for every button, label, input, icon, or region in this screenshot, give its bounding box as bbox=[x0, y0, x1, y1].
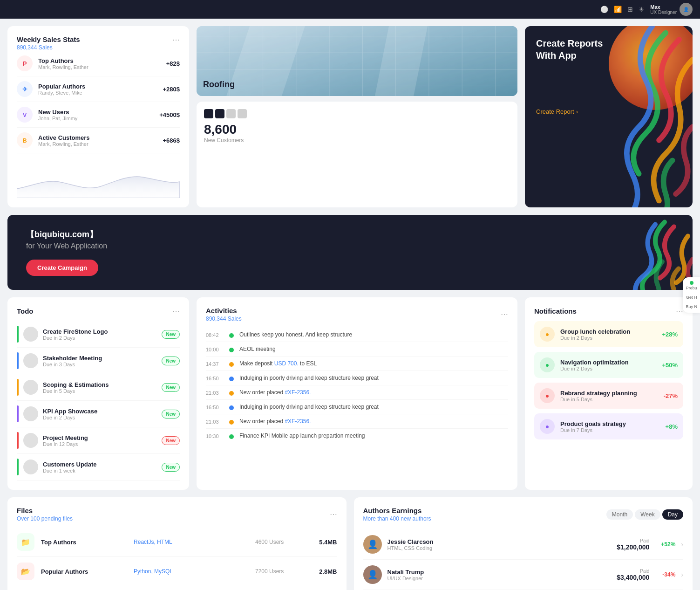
notification-item: ● Navigation optimization Due in 2 Days … bbox=[534, 352, 683, 378]
avatar[interactable]: 👤 bbox=[680, 3, 693, 16]
author-role: UI/UX Designer bbox=[387, 576, 612, 581]
tab-month[interactable]: Month bbox=[606, 509, 633, 520]
panel-label-geth: Get H bbox=[686, 295, 697, 300]
todo-badge: New bbox=[162, 383, 180, 392]
files-subtitle: Over 100 pending files bbox=[17, 515, 73, 522]
todo-avatar bbox=[23, 406, 38, 421]
activities-title: Activities bbox=[206, 307, 242, 315]
todo-info: Create FireStone Logo Due in 2 Days bbox=[43, 328, 157, 341]
activity-time: 21:03 bbox=[206, 389, 224, 396]
tab-week[interactable]: Week bbox=[635, 509, 660, 520]
create-report-link[interactable]: Create Report › bbox=[536, 108, 578, 115]
notifications-card: Notifications ⋯ ● Group lunch celebratio… bbox=[525, 297, 693, 490]
grid-icon[interactable]: ⊞ bbox=[627, 6, 633, 13]
theme-icon[interactable]: ☀ bbox=[639, 6, 645, 13]
customers-count: 8,600 bbox=[204, 122, 510, 137]
files-menu[interactable]: ⋯ bbox=[330, 510, 337, 519]
create-reports-card: Create ReportsWith App Create Report › bbox=[525, 26, 693, 207]
stat-value: +686$ bbox=[163, 137, 180, 144]
earnings-subtitle: More than 400 new authors bbox=[363, 515, 431, 522]
earnings-tabs: Month Week Day bbox=[606, 509, 683, 520]
panel-label-buyn: Buy N bbox=[686, 304, 697, 309]
activity-time: 08:42 bbox=[206, 331, 224, 338]
notif-info: Navigation optimization Due in 2 Days bbox=[560, 359, 656, 371]
todo-name: Stakeholder Meeting bbox=[43, 355, 157, 362]
activity-dot bbox=[229, 405, 234, 410]
todo-stripe bbox=[17, 352, 19, 369]
notif-name: Rebrand strategy planning bbox=[560, 390, 658, 397]
todo-info: Project Meeting Due in 12 Days bbox=[43, 434, 157, 447]
activity-dot bbox=[229, 348, 234, 352]
stat-info: New Users John, Pat, Jimmy bbox=[38, 109, 159, 121]
notifications-title: Notifications bbox=[534, 307, 577, 315]
notif-value: +28% bbox=[662, 331, 678, 338]
panel-item-geth[interactable]: Get H bbox=[686, 295, 697, 300]
author-info: Jessie Clarcson HTML, CSS Coding bbox=[387, 538, 612, 551]
panel-item-buyn[interactable]: Buy N bbox=[686, 304, 697, 309]
activity-link[interactable]: USD 700. bbox=[274, 360, 299, 367]
activity-item: 16:50 Indulging in poorly driving and ke… bbox=[206, 371, 508, 385]
stat-item: V New Users John, Pat, Jimmy +4500$ bbox=[17, 102, 180, 128]
activity-link[interactable]: #XF-2356. bbox=[285, 418, 311, 425]
todo-menu[interactable]: ⋯ bbox=[172, 307, 180, 316]
activity-time: 10:30 bbox=[206, 432, 224, 439]
todo-due: Due in 2 Days bbox=[43, 335, 157, 341]
chevron-right-icon[interactable]: › bbox=[681, 571, 683, 578]
stat-name: Popular Authors bbox=[38, 83, 163, 90]
file-icon: 📁 bbox=[17, 533, 34, 551]
todo-avatar bbox=[23, 380, 38, 395]
tab-day[interactable]: Day bbox=[662, 509, 683, 520]
file-item: 🗂 New Users Laravel, Metronic 890 Users … bbox=[17, 586, 337, 590]
create-campaign-button[interactable]: Create Campaign bbox=[26, 260, 98, 276]
user-profile[interactable]: Max UX Designer 👤 bbox=[650, 3, 693, 16]
notif-due: Due in 2 Days bbox=[560, 366, 656, 371]
todo-item: Create FireStone Logo Due in 2 Days New bbox=[17, 321, 180, 348]
notif-due: Due in 5 Days bbox=[560, 397, 658, 402]
author-amount: $3,400,000 bbox=[617, 574, 649, 581]
todo-stripe bbox=[17, 405, 19, 422]
activity-items: 08:42 Outlines keep you honest. And keep… bbox=[206, 328, 508, 443]
author-name: Natali Trump bbox=[387, 569, 612, 576]
notif-info: Product goals strategy Due in 7 Days bbox=[560, 420, 660, 433]
todo-info: KPI App Showcase Due in 2 Days bbox=[43, 408, 157, 420]
weekly-sales-menu[interactable]: ⋯ bbox=[172, 35, 180, 44]
campaign-decoration bbox=[544, 215, 693, 290]
stat-info: Popular Authors Randy, Steve, Mike bbox=[38, 83, 163, 96]
files-card: Files Over 100 pending files ⋯ 📁 Top Aut… bbox=[7, 497, 347, 590]
search-icon[interactable]: ⚪ bbox=[600, 6, 608, 13]
notif-info: Rebrand strategy planning Due in 5 Days bbox=[560, 390, 658, 402]
chevron-right-icon[interactable]: › bbox=[681, 541, 683, 548]
todo-stripe bbox=[17, 326, 19, 343]
todo-due: Due in 3 Days bbox=[43, 362, 157, 367]
stat-persons: Mark, Rowling, Esther bbox=[38, 64, 166, 70]
signal-icon[interactable]: 📶 bbox=[614, 6, 622, 13]
activity-text: Make deposit USD 700. to ESL bbox=[239, 360, 508, 367]
todo-badge: New bbox=[162, 436, 180, 445]
activity-text: Outlines keep you honest. And keep struc… bbox=[239, 331, 508, 338]
stat-info: Active Customers Mark, Rowling, Esther bbox=[38, 134, 163, 147]
stat-icon: B bbox=[17, 132, 33, 148]
panel-item-prebu[interactable]: Prebu bbox=[686, 281, 697, 290]
stat-persons: Mark, Rowling, Esther bbox=[38, 141, 163, 147]
file-tech: Python, MySQL bbox=[134, 568, 220, 575]
todo-stripe bbox=[17, 459, 19, 475]
dot-dark bbox=[204, 109, 213, 118]
activity-time: 16:50 bbox=[206, 375, 224, 381]
activity-dot bbox=[229, 362, 234, 367]
activities-subtitle: 890,344 Sales bbox=[206, 316, 242, 322]
notifications-menu[interactable]: ⋯ bbox=[676, 307, 683, 316]
activity-text: AEOL meeting bbox=[239, 346, 508, 352]
stat-name: New Users bbox=[38, 109, 159, 116]
row-3: Todo ⋯ Create FireStone Logo Due in 2 Da… bbox=[7, 297, 693, 490]
activity-item: 10:00 AEOL meeting bbox=[206, 342, 508, 357]
author-amount: $1,200,000 bbox=[617, 543, 649, 551]
roofing-title: Roofing bbox=[203, 80, 235, 89]
activity-link[interactable]: #XF-2356. bbox=[285, 389, 311, 396]
stat-icon: P bbox=[17, 55, 33, 71]
row-2: 【biqubiqu.com】 for Your Web Application … bbox=[7, 215, 693, 290]
activities-menu[interactable]: ⋯ bbox=[501, 310, 508, 319]
roofing-background bbox=[197, 26, 517, 96]
todo-badge: New bbox=[162, 410, 180, 418]
row-4: Files Over 100 pending files ⋯ 📁 Top Aut… bbox=[7, 497, 693, 590]
notif-icon: ● bbox=[540, 419, 555, 434]
